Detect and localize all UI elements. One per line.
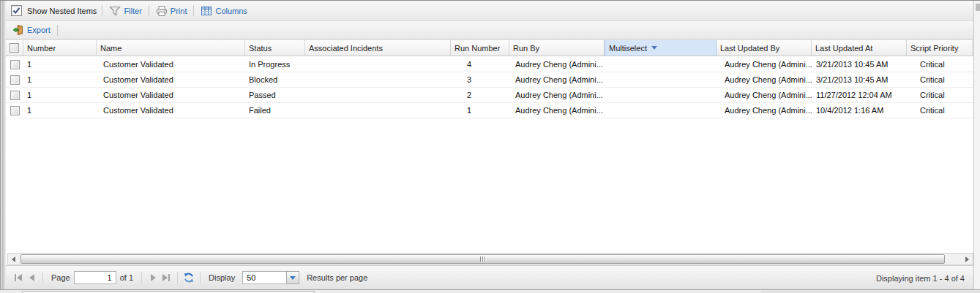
cell-script-priority: Critical — [907, 72, 973, 87]
column-header-label: Multiselect — [609, 44, 647, 53]
paging-toolbar: Page of 1 Display 50 Results per — [6, 265, 973, 289]
page-size-combo[interactable]: 50 — [242, 271, 299, 284]
columns-button[interactable]: Columns — [199, 4, 248, 18]
scroll-right-button[interactable] — [962, 254, 973, 265]
cell-status: In Progress — [245, 57, 305, 72]
row-checkbox-cell — [6, 57, 23, 72]
scrollbar-thumb[interactable] — [20, 254, 945, 264]
combo-trigger-button[interactable] — [286, 271, 299, 284]
table-row[interactable]: 1 Customer Validated Failed 1 Audrey Che… — [6, 103, 973, 118]
page-number-input[interactable] — [74, 271, 116, 284]
column-header-status[interactable]: Status — [245, 40, 305, 56]
grid-body: 1 Customer Validated In Progress 4 Audre… — [6, 57, 973, 118]
cell-last-updated-at: 3/21/2013 10:45 AM — [812, 57, 907, 72]
show-nested-label: Show Nested Items — [27, 7, 97, 15]
row-checkbox[interactable] — [10, 91, 20, 100]
table-row[interactable]: 1 Customer Validated Blocked 3 Audrey Ch… — [6, 72, 973, 88]
print-label: Print — [171, 7, 187, 15]
cell-run-by: Audrey Cheng (Admini... — [509, 72, 605, 87]
column-header-number[interactable]: Number — [23, 40, 97, 56]
cell-script-priority: Critical — [907, 57, 973, 72]
cell-status: Passed — [245, 88, 305, 102]
column-header-run-by[interactable]: Run By — [509, 40, 605, 56]
pager-separator — [42, 272, 43, 284]
pager-separator — [200, 272, 201, 284]
export-button[interactable]: Export — [11, 23, 52, 37]
column-header-last-updated-at[interactable]: Last Updated At — [812, 40, 907, 56]
column-header-label: Last Updated By — [720, 44, 779, 53]
cell-number: 1 — [23, 57, 97, 72]
select-all-checkbox[interactable] — [10, 43, 19, 53]
select-all-checkbox-cell — [6, 40, 23, 56]
cell-multiselect — [605, 88, 717, 102]
table-row[interactable]: 1 Customer Validated Passed 2 Audrey Che… — [6, 88, 973, 103]
toolbar-separator — [149, 5, 149, 16]
column-header-script-priority[interactable]: Script Priority — [907, 40, 973, 56]
left-splitter-handle[interactable] — [0, 1, 6, 293]
column-header-name[interactable]: Name — [97, 40, 245, 56]
print-button[interactable]: Print — [154, 4, 189, 18]
cell-run-by: Audrey Cheng (Admini... — [509, 103, 605, 118]
top-toolbar: Show Nested Items Filter Print — [6, 1, 973, 21]
toolbar-separator — [57, 25, 58, 36]
filter-funnel-icon — [109, 5, 121, 17]
top-border — [0, 0, 980, 1]
cell-run-number: 2 — [451, 88, 509, 102]
pager-separator — [141, 272, 142, 284]
row-checkbox[interactable] — [10, 75, 20, 85]
table-row[interactable]: 1 Customer Validated In Progress 4 Audre… — [6, 57, 973, 72]
column-header-run-number[interactable]: Run Number — [451, 40, 509, 56]
column-header-label: Run Number — [455, 44, 500, 53]
test-run-grid-screen: Show Nested Items Filter Print — [0, 0, 980, 293]
cell-last-updated-at: 11/27/2012 12:04 AM — [812, 88, 907, 102]
next-page-button[interactable] — [146, 271, 160, 284]
filter-button[interactable]: Filter — [108, 4, 143, 18]
chevron-down-icon — [290, 276, 296, 280]
show-nested-checkbox[interactable] — [11, 5, 22, 16]
row-checkbox-cell — [6, 88, 23, 102]
grid-panel: Show Nested Items Filter Print — [6, 1, 980, 293]
filter-label: Filter — [124, 7, 141, 15]
cell-status: Blocked — [245, 72, 305, 87]
column-header-label: Number — [27, 44, 56, 53]
thumb-grip-icon — [485, 256, 485, 262]
column-header-label: Run By — [513, 44, 539, 53]
cell-multiselect — [605, 72, 717, 87]
last-page-icon — [168, 274, 170, 281]
cell-run-number: 4 — [451, 57, 509, 72]
last-page-icon — [162, 274, 168, 281]
scroll-left-button[interactable] — [8, 254, 19, 265]
cell-last-updated-at: 10/4/2012 1:16 AM — [812, 103, 907, 118]
column-menu-arrow-icon[interactable] — [651, 46, 657, 50]
cell-name: Customer Validated — [97, 57, 245, 72]
column-header-multiselect[interactable]: Multiselect — [605, 40, 717, 56]
cell-script-priority: Critical — [907, 103, 973, 118]
cell-name: Customer Validated — [97, 88, 245, 102]
column-header-associated-incidents[interactable]: Associated Incidents — [305, 40, 451, 56]
cell-multiselect — [605, 103, 717, 118]
cell-multiselect — [605, 57, 717, 72]
column-header-label: Name — [100, 44, 121, 53]
refresh-button[interactable] — [182, 271, 195, 284]
cell-run-by: Audrey Cheng (Admini... — [509, 88, 605, 102]
horizontal-scrollbar[interactable] — [7, 253, 973, 265]
last-page-button[interactable] — [160, 271, 173, 284]
row-checkbox[interactable] — [10, 60, 20, 69]
export-toolbar: Export — [6, 21, 973, 39]
display-label: Display — [209, 273, 235, 282]
first-page-icon — [15, 274, 16, 281]
column-header-last-updated-by[interactable]: Last Updated By — [717, 40, 812, 56]
export-icon — [12, 24, 24, 36]
first-page-button[interactable] — [12, 271, 25, 284]
prev-page-button[interactable] — [25, 271, 38, 284]
cell-run-number: 1 — [451, 103, 509, 118]
page-label: Page — [51, 273, 70, 282]
column-header-label: Script Priority — [910, 44, 958, 53]
columns-label: Columns — [215, 7, 247, 15]
row-checkbox[interactable] — [10, 106, 20, 115]
column-header-label: Status — [249, 44, 272, 53]
gutter-notch — [976, 4, 980, 11]
cell-associated-incidents — [305, 57, 451, 72]
cell-script-priority: Critical — [907, 88, 973, 102]
cell-last-updated-by: Audrey Cheng (Admini... — [717, 88, 812, 102]
